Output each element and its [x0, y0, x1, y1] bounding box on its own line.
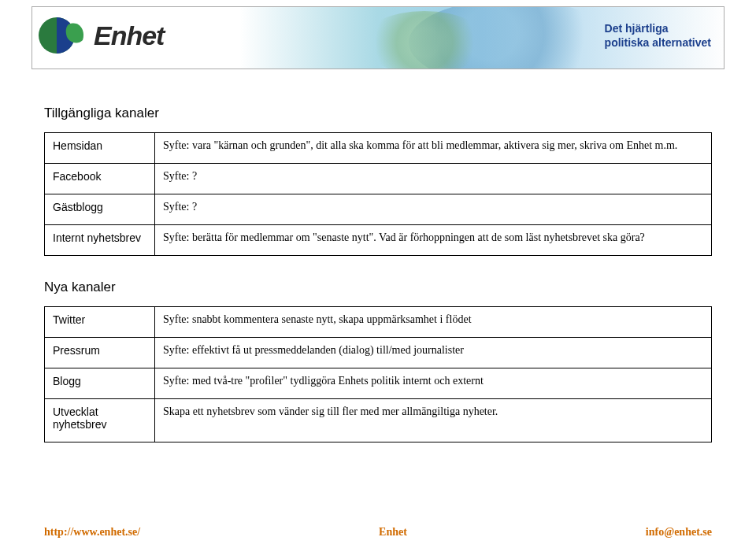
channel-label: Gästblogg — [45, 194, 155, 225]
page-footer: http://www.enhet.se/ Enhet info@enhet.se — [44, 526, 712, 539]
header-banner: Enhet Det hjärtliga politiska alternativ… — [32, 6, 724, 69]
channel-desc: Syfte: ? — [155, 164, 712, 194]
channel-label: Hemsidan — [45, 133, 155, 164]
banner-tagline: Det hjärtliga politiska alternativet — [605, 21, 711, 50]
tagline-line-1: Det hjärtliga — [605, 21, 711, 35]
table-row: Hemsidan Syfte: vara "kärnan och grunden… — [45, 133, 712, 164]
channel-label: Pressrum — [45, 338, 155, 368]
table-row: Pressrum Syfte: effektivt få ut pressmed… — [45, 338, 712, 368]
footer-org: Enhet — [379, 526, 407, 539]
logo-icon — [39, 10, 89, 61]
channel-label: Blogg — [45, 368, 155, 399]
brand-name: Enhet — [94, 20, 164, 51]
tagline-line-2: politiska alternativet — [605, 35, 711, 50]
footer-url: http://www.enhet.se/ — [44, 526, 140, 539]
table-row: Twitter Syfte: snabbt kommentera senaste… — [45, 307, 712, 338]
new-channels-table: Twitter Syfte: snabbt kommentera senaste… — [44, 306, 712, 442]
channel-label: Utvecklat nyhetsbrev — [45, 399, 155, 442]
channel-desc: Skapa ett nyhetsbrev som vänder sig till… — [155, 399, 712, 442]
globe-decoration-2 — [361, 11, 487, 69]
table-row: Utvecklat nyhetsbrev Skapa ett nyhetsbre… — [45, 399, 712, 442]
channel-label: Twitter — [45, 307, 155, 338]
channel-desc: Syfte: effektivt få ut pressmeddelanden … — [155, 338, 712, 368]
section-title-available: Tillgängliga kanaler — [44, 106, 712, 121]
channel-label: Internt nyhetsbrev — [45, 225, 155, 256]
brand-logo: Enhet — [39, 10, 164, 61]
channel-desc: Syfte: med två-tre "profiler" tydliggöra… — [155, 368, 712, 399]
table-row: Gästblogg Syfte: ? — [45, 194, 712, 225]
channel-desc: Syfte: vara "kärnan och grunden", dit al… — [155, 133, 712, 164]
table-row: Blogg Syfte: med två-tre "profiler" tydl… — [45, 368, 712, 399]
table-row: Internt nyhetsbrev Syfte: berätta för me… — [45, 225, 712, 256]
table-row: Facebook Syfte: ? — [45, 164, 712, 194]
channel-label: Facebook — [45, 164, 155, 194]
footer-email: info@enhet.se — [646, 526, 712, 539]
available-channels-table: Hemsidan Syfte: vara "kärnan och grunden… — [44, 132, 712, 256]
section-title-new: Nya kanaler — [44, 280, 712, 295]
channel-desc: Syfte: snabbt kommentera senaste nytt, s… — [155, 307, 712, 338]
document-content: Tillgängliga kanaler Hemsidan Syfte: var… — [0, 69, 756, 442]
channel-desc: Syfte: ? — [155, 194, 712, 225]
channel-desc: Syfte: berätta för medlemmar om "senaste… — [155, 225, 712, 256]
